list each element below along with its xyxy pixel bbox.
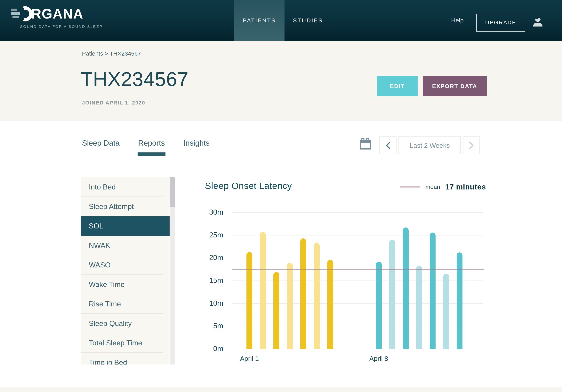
metric-row-wake-time[interactable]: Wake Time (81, 275, 169, 294)
brand-name: RGANA (31, 7, 83, 21)
report-tabs: Sleep DataReportsInsights (82, 139, 210, 147)
metric-row-sleep-quality[interactable]: Sleep Quality (81, 314, 169, 333)
y-tick-label-5m: 5m (198, 322, 223, 330)
mean-line-swatch (400, 186, 420, 188)
nav-tab-patients[interactable]: PATIENTS (234, 0, 284, 41)
chevron-right-icon (469, 142, 474, 149)
bar-april-1-day5[interactable] (300, 238, 306, 349)
metric-row-time-in-bed[interactable]: Time in Bed (81, 353, 169, 365)
metric-row-label: WASO (89, 261, 111, 269)
edit-button[interactable]: EDIT (377, 76, 418, 96)
metric-row-total-sleep-time[interactable]: Total Sleep Time (81, 333, 169, 353)
chevron-left-icon (386, 142, 390, 149)
tab-reports[interactable]: Reports (138, 139, 165, 147)
y-tick-label-0m: 0m (198, 345, 223, 353)
brand-logo[interactable]: RGANA SOUND DATA FOR A SOUND SLEEP (11, 5, 103, 29)
bar-april-8-day7[interactable] (457, 252, 462, 349)
y-tick-label-20m: 20m (198, 254, 223, 262)
y-tick-label-15m: 15m (198, 276, 223, 285)
legend-mean-value: 17 minutes (445, 183, 486, 191)
bar-april-8-day4[interactable] (416, 266, 422, 349)
date-range-label[interactable]: Last 2 Weeks (398, 136, 461, 154)
metric-list: Into BedSleep AttemptSOLNWAKWASOWake Tim… (81, 177, 175, 365)
patient-header-section: Patients > THX234567 THX234567 JOINED AP… (0, 41, 562, 121)
tab-sleep-data[interactable]: Sleep Data (82, 139, 120, 147)
metric-row-label: Time in Bed (89, 358, 127, 365)
bar-april-8-day1[interactable] (376, 262, 382, 349)
date-prev-button[interactable] (379, 136, 397, 154)
bar-april-1-day3[interactable] (273, 272, 279, 349)
metric-rows: Into BedSleep AttemptSOLNWAKWASOWake Tim… (81, 177, 175, 365)
metric-row-label: Sleep Attempt (89, 202, 134, 211)
breadcrumb[interactable]: Patients > THX234567 (82, 50, 141, 57)
page-title: THX234567 (81, 68, 188, 91)
grid-line-25m (232, 235, 483, 235)
date-range-controls: Last 2 Weeks (379, 136, 480, 154)
metric-row-nwak[interactable]: NWAK (81, 236, 169, 255)
legend-mean-label: mean (425, 184, 440, 190)
metric-row-label: Total Sleep Time (89, 339, 142, 347)
date-next-button[interactable] (463, 136, 480, 154)
bar-april-8-day5[interactable] (430, 233, 435, 349)
metric-row-sol[interactable]: SOL (81, 216, 170, 236)
bar-april-1-day4[interactable] (287, 263, 293, 349)
joined-date-label: JOINED APRIL 1, 2020 (82, 100, 145, 106)
tab-insights[interactable]: Insights (183, 139, 210, 147)
scrollbar-track[interactable] (170, 177, 175, 365)
metric-row-label: Rise Time (89, 300, 121, 308)
bar-april-1-day1[interactable] (246, 252, 252, 349)
metric-row-waso[interactable]: WASO (81, 255, 169, 275)
grid-line-30m (232, 212, 483, 213)
y-tick-label-10m: 10m (198, 299, 223, 307)
y-tick-label-30m: 30m (198, 208, 223, 216)
brand-logo-mark-icon (11, 5, 33, 22)
chart-legend: mean 17 minutes (400, 183, 486, 191)
calendar-icon[interactable] (360, 138, 371, 150)
export-data-button[interactable]: EXPORT DATA (423, 76, 487, 96)
x-axis-label-april-1: April 1 (240, 355, 259, 362)
sol-chart: Sleep Onset Latency mean 17 minutes 0m5m… (205, 176, 487, 371)
chart-title: Sleep Onset Latency (205, 180, 292, 191)
grid-line-20m (232, 258, 483, 258)
top-nav-bar: RGANA SOUND DATA FOR A SOUND SLEEP PATIE… (0, 0, 562, 41)
metric-row-label: NWAK (89, 242, 110, 250)
bar-april-1-day2[interactable] (260, 232, 266, 349)
mean-line (232, 269, 484, 270)
app: RGANA SOUND DATA FOR A SOUND SLEEP PATIE… (0, 0, 562, 392)
bar-april-8-day6[interactable] (443, 274, 449, 349)
user-avatar-icon[interactable] (532, 15, 543, 27)
metric-row-label: SOL (89, 222, 103, 230)
metric-row-label: Wake Time (89, 280, 125, 289)
primary-nav: PATIENTSSTUDIES (234, 0, 331, 41)
scrollbar-thumb[interactable] (170, 177, 175, 207)
plot-area: 0m5m10m15m20m25m30mApril 1April 8 (232, 213, 483, 349)
metric-row-rise-time[interactable]: Rise Time (81, 294, 169, 314)
metric-row-into-bed[interactable]: Into Bed (81, 177, 169, 197)
x-axis-label-april-8: April 8 (369, 355, 388, 362)
nav-tab-studies[interactable]: STUDIES (284, 0, 331, 41)
report-content-section: Sleep DataReportsInsights Last 2 Weeks (0, 121, 562, 387)
bar-april-1-day6[interactable] (314, 243, 320, 349)
bar-april-1-day7[interactable] (327, 260, 333, 349)
brand-tagline: SOUND DATA FOR A SOUND SLEEP (20, 24, 103, 29)
metric-row-label: Sleep Quality (89, 319, 132, 328)
bar-april-8-day3[interactable] (403, 227, 409, 349)
metric-row-label: Into Bed (89, 183, 116, 191)
y-tick-label-25m: 25m (198, 231, 223, 239)
bar-april-8-day2[interactable] (389, 240, 395, 349)
upgrade-button[interactable]: UPGRADE (476, 14, 525, 32)
footer-strip (0, 387, 562, 392)
help-link[interactable]: Help (451, 0, 464, 41)
metric-row-sleep-attempt[interactable]: Sleep Attempt (81, 197, 169, 216)
